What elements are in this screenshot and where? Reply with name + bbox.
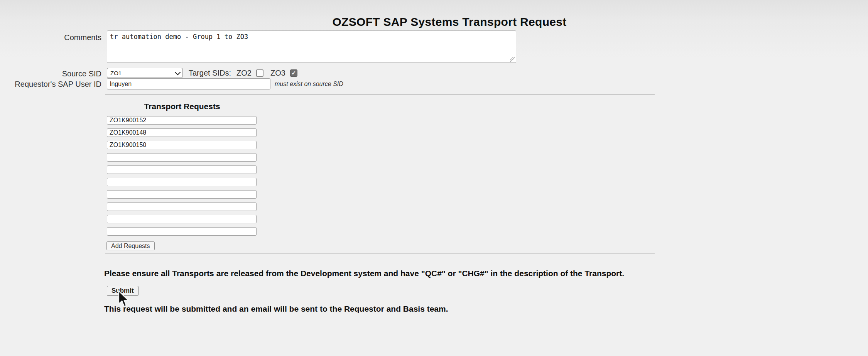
transport-request-input[interactable] (107, 128, 257, 137)
chevron-down-icon (175, 69, 181, 75)
target-sid-zo2-checkbox[interactable] (256, 69, 263, 77)
target-sids-label: Target SIDs: (189, 69, 231, 78)
target-sid-zo2-label: ZO2 (236, 69, 252, 78)
requestor-id-note: must exist on source SID (275, 81, 343, 88)
transport-request-input[interactable] (107, 116, 257, 125)
transport-request-input[interactable] (107, 227, 257, 236)
transport-requests-list (107, 116, 257, 240)
add-requests-button[interactable]: Add Requests (106, 241, 155, 250)
transport-request-input[interactable] (107, 215, 257, 223)
target-sid-zo3-checkbox[interactable]: ✓ (290, 69, 297, 77)
transport-request-input[interactable] (107, 141, 257, 149)
comments-label: Comments (0, 33, 101, 42)
requestor-id-input[interactable] (107, 78, 270, 89)
mouse-cursor-icon (118, 290, 129, 308)
requestor-id-label: Requestor's SAP User ID (0, 79, 101, 89)
page-title: OZSOFT SAP Systems Transport Request (295, 15, 604, 29)
source-sid-selected-value: ZO1 (110, 70, 122, 76)
divider-bottom (105, 253, 655, 254)
transport-request-input[interactable] (107, 202, 257, 211)
checkmark-icon: ✓ (291, 70, 296, 76)
source-sid-label: Source SID (0, 69, 101, 78)
transport-request-input[interactable] (107, 178, 257, 186)
resize-grip-icon[interactable] (510, 57, 515, 62)
target-sids-group: Target SIDs: ZO2 ZO3 ✓ (189, 68, 297, 78)
transport-request-input[interactable] (107, 153, 257, 162)
transport-requests-header: Transport Requests (107, 102, 257, 111)
divider-top (105, 94, 655, 95)
submission-info-text: This request will be submitted and an em… (104, 304, 448, 314)
source-sid-select[interactable]: ZO1 (107, 68, 183, 78)
transport-request-input[interactable] (107, 165, 257, 174)
comments-textarea[interactable]: tr automation demo - Group 1 to ZO3 (107, 30, 516, 63)
transport-request-input[interactable] (107, 190, 257, 199)
target-sid-zo3-label: ZO3 (270, 69, 285, 78)
release-notice-text: Please ensure all Transports are release… (104, 269, 624, 278)
